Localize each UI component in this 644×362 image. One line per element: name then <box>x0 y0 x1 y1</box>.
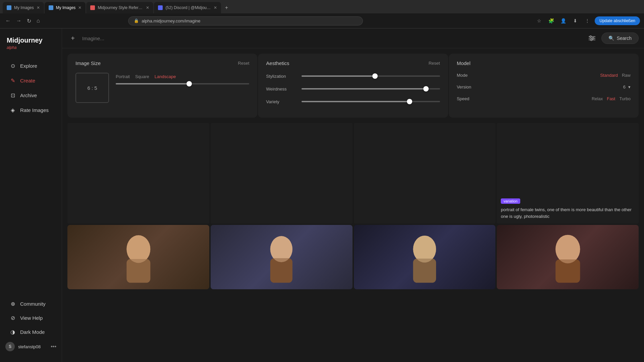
variety-thumb[interactable] <box>407 99 412 104</box>
empty-grid-row: variation portrait of female twins, one … <box>62 123 644 224</box>
variety-label: Variety <box>266 99 296 104</box>
aesthetics-reset[interactable]: Reset <box>429 61 440 66</box>
reload-button[interactable]: ↻ <box>25 16 33 25</box>
user-more-icon[interactable]: ••• <box>51 344 56 350</box>
mode-raw[interactable]: Raw <box>622 73 631 78</box>
image-grid-area: variation portrait of female twins, one … <box>62 123 644 362</box>
aspect-ratio-label: 6 : 5 <box>87 85 97 91</box>
url-bar[interactable]: 🔒 alpha.midjourney.com/imagine <box>128 16 363 25</box>
orientation-buttons: Portrait Square Landscape <box>116 74 249 79</box>
browser-chrome: My Images ✕ My Images ✕ Midjourney Style… <box>0 0 644 28</box>
grid-cell-4: variation portrait of female twins, one … <box>497 123 639 224</box>
tab-my-images-1[interactable]: My Images ✕ <box>3 2 44 13</box>
extensions-icon[interactable]: 🧩 <box>546 16 556 25</box>
sidebar-item-rate[interactable]: ◈ Rate Images <box>3 103 59 117</box>
grid-cell-3 <box>354 123 496 224</box>
address-bar: ← → ↻ ⌂ 🔒 alpha.midjourney.com/imagine ☆… <box>0 13 644 28</box>
sidebar-item-viewhelp[interactable]: ⊘ View Help <box>3 311 59 324</box>
sidebar-item-label-darkmode: Dark Mode <box>20 329 45 335</box>
search-button[interactable]: 🔍 Search <box>601 33 639 44</box>
svg-point-8 <box>126 235 150 263</box>
tab-midjourney-style[interactable]: Midjourney Style Reference ✕ <box>86 2 153 13</box>
size-controls: Portrait Square Landscape <box>116 73 249 84</box>
speed-options: Relax Fast Turbo <box>592 96 631 101</box>
tab-close-4[interactable]: ✕ <box>214 5 217 10</box>
rate-icon: ◈ <box>9 107 16 113</box>
darkmode-icon: ◑ <box>9 328 16 335</box>
version-value: 6 <box>623 84 626 89</box>
model-header: Model <box>457 60 631 66</box>
sidebar-item-label-viewhelp: View Help <box>20 315 43 321</box>
user-row[interactable]: S stefanstp08 ••• <box>0 339 62 354</box>
square-button[interactable]: Square <box>135 74 149 79</box>
size-slider[interactable] <box>116 83 249 84</box>
aspect-preview: 6 : 5 <box>75 73 109 103</box>
back-button[interactable]: ← <box>4 16 12 25</box>
update-button[interactable]: Update abschließen <box>595 16 640 25</box>
sidebar-item-create[interactable]: ✎ Create <box>3 74 59 87</box>
speed-fast[interactable]: Fast <box>607 96 615 101</box>
aesthetics-panel: Aesthetics Reset Stylization Weirdness <box>258 54 448 118</box>
stylization-thumb[interactable] <box>372 73 378 79</box>
download-icon[interactable]: ⬇ <box>571 16 580 25</box>
mode-options: Standard Raw <box>600 73 631 78</box>
profile-icon[interactable]: 👤 <box>558 16 568 25</box>
logo[interactable]: Midjourney alpha <box>0 34 62 58</box>
new-tab-button[interactable]: + <box>222 3 231 12</box>
explore-icon: ⊙ <box>9 62 16 69</box>
model-title: Model <box>457 60 471 66</box>
speed-label: Speed <box>457 96 470 101</box>
tab-close-1[interactable]: ✕ <box>37 5 40 10</box>
speed-row: Speed Relax Fast Turbo <box>457 96 631 101</box>
speed-turbo[interactable]: Turbo <box>620 96 631 101</box>
tab-discord[interactable]: (52) Discord | @Midjourney Bot ✕ <box>154 2 221 13</box>
tab-my-images-2[interactable]: My Images ✕ <box>45 2 86 13</box>
svg-point-4 <box>592 38 594 39</box>
forward-button[interactable]: → <box>15 16 23 25</box>
help-icon: ⊘ <box>9 314 16 321</box>
filter-button[interactable] <box>587 33 597 44</box>
image-size-reset[interactable]: Reset <box>238 61 249 66</box>
weirdness-thumb[interactable] <box>423 86 429 92</box>
sidebar-item-community[interactable]: ⊕ Community <box>3 297 59 310</box>
portrait-button[interactable]: Portrait <box>116 74 130 79</box>
face-cell-4 <box>497 225 639 289</box>
mode-label: Mode <box>457 73 468 78</box>
chevron-down-icon: ▾ <box>628 84 631 89</box>
sidebar: Midjourney alpha ⊙ Explore ✎ Create ⊡ Ar… <box>0 28 62 362</box>
size-slider-thumb[interactable] <box>186 81 192 86</box>
caption-text: portrait of female twins, one of them is… <box>501 206 635 220</box>
stylization-row: Stylization <box>266 73 440 79</box>
home-button[interactable]: ⌂ <box>35 16 41 25</box>
face-cell-3 <box>354 225 496 289</box>
sidebar-item-label-rate: Rate Images <box>20 107 49 113</box>
mode-standard[interactable]: Standard <box>600 73 618 78</box>
version-select[interactable]: 6 ▾ <box>623 84 631 89</box>
lock-icon: 🔒 <box>134 18 139 23</box>
stylization-slider[interactable] <box>302 73 440 79</box>
tab-close-3[interactable]: ✕ <box>146 5 149 10</box>
variety-row: Variety <box>266 98 440 105</box>
tab-close-2[interactable]: ✕ <box>78 5 82 10</box>
username: stefanstp08 <box>18 344 47 349</box>
sidebar-item-explore[interactable]: ⊙ Explore <box>3 59 59 72</box>
top-bar: + 🔍 Search <box>62 28 644 48</box>
version-label: Version <box>457 84 471 89</box>
sidebar-item-archive[interactable]: ⊡ Archive <box>3 88 59 102</box>
speed-relax[interactable]: Relax <box>592 96 603 101</box>
menu-icon[interactable]: ⋮ <box>583 16 592 25</box>
sidebar-item-label-explore: Explore <box>20 63 37 69</box>
main-content: + 🔍 Search Imag <box>62 28 644 362</box>
search-label: Search <box>617 36 632 41</box>
imagine-input[interactable] <box>82 36 583 41</box>
weirdness-row: Weirdness <box>266 85 440 92</box>
url-text: alpha.midjourney.com/imagine <box>142 18 200 23</box>
bookmark-icon[interactable]: ☆ <box>534 16 544 25</box>
landscape-button[interactable]: Landscape <box>155 74 176 79</box>
weirdness-label: Weirdness <box>266 86 296 92</box>
image-size-header: Image Size Reset <box>75 60 249 66</box>
add-button[interactable]: + <box>67 33 78 44</box>
sidebar-item-darkmode[interactable]: ◑ Dark Mode <box>3 325 59 339</box>
variety-slider[interactable] <box>302 98 440 105</box>
weirdness-slider[interactable] <box>302 85 440 92</box>
